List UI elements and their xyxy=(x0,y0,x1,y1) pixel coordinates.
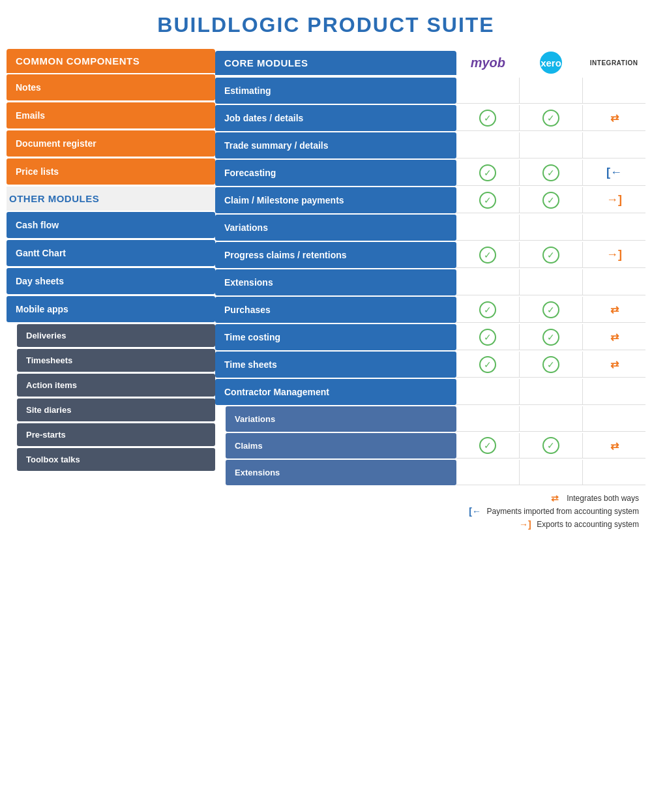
row-label-12: Variations xyxy=(226,406,456,432)
check-icon-xero: ✓ xyxy=(542,110,559,127)
row-label-13: Claims xyxy=(226,433,456,459)
integration-cell-4: →] xyxy=(583,187,645,213)
row-label-10: Time sheets xyxy=(215,352,456,378)
row-cells-13: ✓✓⇄ xyxy=(456,433,645,459)
both-ways-icon: ⇄ xyxy=(610,112,619,124)
myob-cell-8: ✓ xyxy=(456,297,520,322)
row-item-10: Time sheets✓✓⇄ xyxy=(215,352,645,378)
check-icon: ✓ xyxy=(479,437,496,454)
row-label-2: Trade summary / details xyxy=(215,132,456,158)
both-ways-icon: ⇄ xyxy=(610,303,619,316)
legend-label-out: Exports to accounting system xyxy=(537,520,639,529)
row-label-8: Purchases xyxy=(215,297,456,323)
export-icon: →] xyxy=(606,193,622,207)
integration-cell-2 xyxy=(583,132,645,158)
legend-item-out: →] Exports to accounting system xyxy=(518,519,639,530)
row-cells-1: ✓✓⇄ xyxy=(456,105,645,131)
integration-cell-9: ⇄ xyxy=(583,324,645,350)
right-column: CORE MODULES myob xero INTEGRATION Estim… xyxy=(215,49,645,530)
integration-cell-3: [← xyxy=(583,160,645,185)
integration-cell-7 xyxy=(583,269,645,295)
row-label-0: Estimating xyxy=(215,78,456,104)
check-icon: ✓ xyxy=(479,247,496,263)
other-modules-header: OTHER MODULES xyxy=(7,187,215,211)
left-item-document-register: Document register xyxy=(7,130,215,157)
left-item-mobile-apps: Mobile apps xyxy=(7,296,215,322)
row-cells-7 xyxy=(456,269,645,295)
row-label-1: Job dates / details xyxy=(215,105,456,131)
row-item-9: Time costing✓✓⇄ xyxy=(215,324,645,350)
row-cells-5 xyxy=(456,215,645,241)
left-item-day-sheets: Day sheets xyxy=(7,268,215,294)
row-label-6: Progress claims / retentions xyxy=(215,242,456,268)
row-item-2: Trade summary / details xyxy=(215,132,645,158)
row-item-8: Purchases✓✓⇄ xyxy=(215,297,645,323)
myob-cell-7 xyxy=(456,269,520,295)
left-item-emails: Emails xyxy=(7,102,215,128)
legend-item-in: [← Payments imported from accounting sys… xyxy=(469,506,639,517)
integration-cell-6: →] xyxy=(583,242,645,267)
xero-cell-3: ✓ xyxy=(520,160,583,185)
myob-cell-6: ✓ xyxy=(456,242,520,267)
check-icon-xero: ✓ xyxy=(542,329,559,346)
xero-cell-2 xyxy=(520,132,583,158)
xero-cell-8: ✓ xyxy=(520,297,583,322)
row-cells-10: ✓✓⇄ xyxy=(456,352,645,378)
integration-cell-14 xyxy=(583,460,645,485)
common-components-header: COMMON COMPONENTS xyxy=(7,49,215,73)
row-item-13: Claims✓✓⇄ xyxy=(215,433,645,459)
check-icon: ✓ xyxy=(479,110,496,127)
right-header-row: CORE MODULES myob xero INTEGRATION xyxy=(215,49,645,76)
row-cells-8: ✓✓⇄ xyxy=(456,297,645,323)
row-label-11: Contractor Management xyxy=(215,379,456,405)
row-cells-2 xyxy=(456,132,645,158)
row-label-7: Extensions xyxy=(215,269,456,295)
row-cells-12 xyxy=(456,406,645,432)
row-cells-4: ✓✓→] xyxy=(456,187,645,213)
xero-cell-14 xyxy=(520,460,583,485)
row-label-14: Extensions xyxy=(226,460,456,485)
rows-container: EstimatingJob dates / details✓✓⇄Trade su… xyxy=(215,78,645,487)
myob-cell-3: ✓ xyxy=(456,160,520,185)
row-label-3: Forecasting xyxy=(215,160,456,186)
integration-cell-11 xyxy=(583,379,645,404)
xero-cell-10: ✓ xyxy=(520,352,583,377)
left-item-timesheets: Timesheets xyxy=(17,349,215,372)
integration-cell-10: ⇄ xyxy=(583,352,645,377)
xero-cell-9: ✓ xyxy=(520,324,583,350)
myob-cell-4: ✓ xyxy=(456,187,520,213)
left-item-deliveries: Deliveries xyxy=(17,324,215,347)
xero-cell-1: ✓ xyxy=(520,105,583,130)
integration-cell-5 xyxy=(583,215,645,240)
check-icon: ✓ xyxy=(479,329,496,346)
export-icon: →] xyxy=(518,519,531,530)
both-ways-icon: ⇄ xyxy=(610,358,619,370)
left-column: COMMON COMPONENTS Notes Emails Document … xyxy=(7,49,215,530)
integration-header: INTEGRATION xyxy=(582,57,645,69)
row-item-6: Progress claims / retentions✓✓→] xyxy=(215,242,645,268)
check-icon-xero: ✓ xyxy=(542,301,559,318)
check-icon-xero: ✓ xyxy=(542,192,559,209)
integration-headers: myob xero INTEGRATION xyxy=(456,49,645,76)
left-item-action-items: Action items xyxy=(17,374,215,397)
xero-cell-7 xyxy=(520,269,583,295)
import-icon: [← xyxy=(606,166,622,179)
myob-cell-12 xyxy=(456,406,520,431)
integration-cell-0 xyxy=(583,78,645,103)
row-item-5: Variations xyxy=(215,215,645,241)
import-icon: [← xyxy=(469,506,482,517)
row-cells-11 xyxy=(456,379,645,405)
myob-cell-9: ✓ xyxy=(456,324,520,350)
check-icon-xero: ✓ xyxy=(542,164,559,181)
check-icon: ✓ xyxy=(479,356,496,373)
check-icon-xero: ✓ xyxy=(542,437,559,454)
page-title: BUILDLOGIC PRODUCT SUITE xyxy=(157,13,494,37)
core-modules-header: CORE MODULES xyxy=(215,51,456,75)
xero-cell-11 xyxy=(520,379,583,404)
row-item-1: Job dates / details✓✓⇄ xyxy=(215,105,645,131)
xero-header: xero xyxy=(520,49,583,76)
export-icon: →] xyxy=(606,248,622,262)
xero-cell-5 xyxy=(520,215,583,240)
xero-cell-13: ✓ xyxy=(520,433,583,458)
xero-cell-0 xyxy=(520,78,583,103)
